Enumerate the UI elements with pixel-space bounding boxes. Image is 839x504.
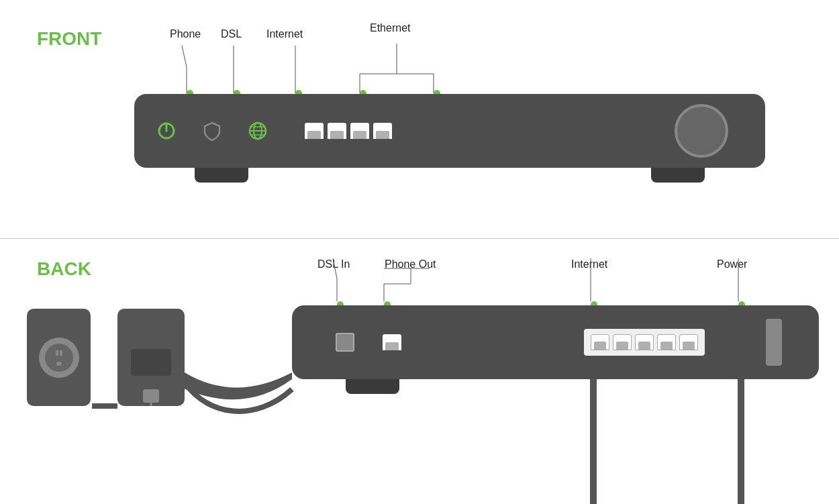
back-inet-port-3 [635,334,654,350]
back-power-label: Power [717,258,747,270]
front-router-body [134,94,765,168]
globe-icon [246,119,270,143]
front-phone-label: Phone [170,28,201,40]
outlet-face [39,338,79,378]
front-foot-right [651,168,705,183]
back-dsl-in-port [336,333,354,352]
back-inet-port-5 [679,334,698,350]
back-label: BACK [37,258,91,280]
power-icon [154,119,179,143]
svg-rect-29 [60,350,62,356]
power-adapter-box [117,309,185,406]
back-inet-port-4 [657,334,676,350]
svg-point-27 [44,343,74,372]
back-internet-label: Internet [571,258,607,270]
front-internet-label: Internet [266,28,303,40]
back-foot-left [346,379,399,394]
front-dsl-label: DSL [221,28,242,40]
front-ethernet-label: Ethernet [370,22,410,34]
svg-line-1 [182,46,187,67]
front-eth-port-3 [350,123,369,139]
back-phone-out-port [383,334,401,350]
back-inet-port-2 [613,334,632,350]
back-inet-port-1 [591,334,609,350]
front-label: FRONT [37,28,101,50]
front-eth-ports [305,123,392,139]
back-cables [0,0,839,504]
front-icons-group [154,119,392,143]
shield-icon [200,119,224,143]
front-eth-port-2 [328,123,346,139]
svg-rect-32 [131,349,171,376]
front-foot-left [195,168,248,183]
front-eth-port-1 [305,123,324,139]
outlet-box [27,309,91,406]
back-router-body [292,305,819,379]
back-internet-panel [584,329,705,356]
section-divider [0,238,839,239]
front-eth-port-4 [373,123,392,139]
back-power-connector [766,319,782,366]
front-knob [675,104,728,158]
power-outlet-assembly [27,309,91,406]
back-dslin-label: DSL In [317,258,350,270]
svg-point-30 [56,362,62,366]
svg-rect-28 [56,350,58,356]
svg-rect-33 [143,389,159,403]
back-phoneout-label: Phone Out [385,258,436,270]
